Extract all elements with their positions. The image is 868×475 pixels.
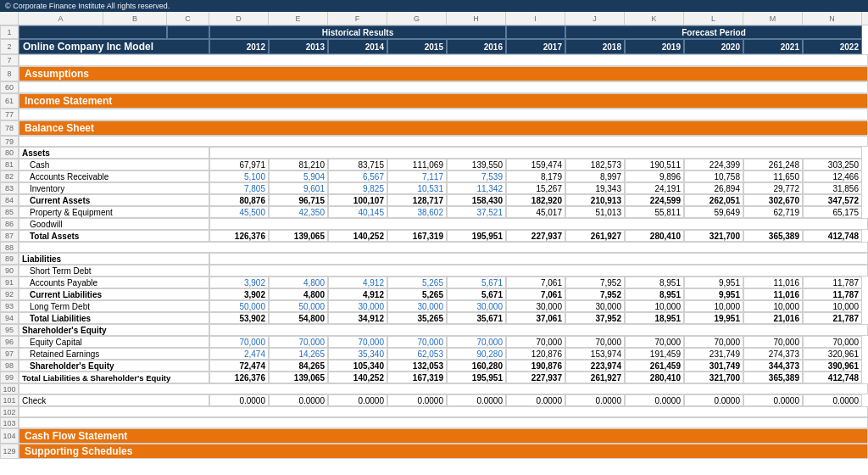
tl-2015: 35,265 bbox=[387, 312, 447, 324]
row-85: 85 Property & Equipment 45,500 42,350 40… bbox=[0, 206, 868, 218]
se-2022: 390,961 bbox=[803, 360, 862, 372]
ppe-2020: 59,649 bbox=[684, 206, 743, 218]
assumptions-header: Assumptions bbox=[19, 66, 868, 81]
row-129: 129 Supporting Schedules bbox=[0, 444, 868, 459]
ap-2014: 4,912 bbox=[328, 277, 387, 288]
row-99: 99 Total Liabilities & Shareholder's Equ… bbox=[0, 372, 868, 383]
ltd-2017: 30,000 bbox=[506, 300, 565, 312]
year-2015: 2015 bbox=[387, 39, 447, 54]
row-80: 80 Assets bbox=[0, 147, 868, 159]
chk-2012: 0.0000 bbox=[209, 394, 269, 406]
se-2015: 132,053 bbox=[387, 360, 447, 372]
rownum-98: 98 bbox=[0, 360, 19, 372]
ap-2016: 5,671 bbox=[447, 277, 506, 288]
inv-2019: 24,191 bbox=[625, 182, 684, 194]
chk-2018: 0.0000 bbox=[565, 394, 625, 406]
se-2013: 84,265 bbox=[269, 360, 328, 372]
cash-2016: 139,550 bbox=[447, 159, 506, 170]
goodwill-label: Goodwill bbox=[19, 218, 209, 230]
row-104: 104 Cash Flow Statement bbox=[0, 428, 868, 444]
col-h-header: H bbox=[447, 12, 506, 25]
ca-2015: 128,717 bbox=[387, 194, 447, 206]
row-90: 90 Short Term Debt bbox=[0, 265, 868, 277]
cl-2020: 9,951 bbox=[684, 288, 743, 300]
ap-label: Accounts Payable bbox=[19, 277, 209, 288]
row-98: 98 Shareholder's Equity 72,474 84,265 10… bbox=[0, 360, 868, 372]
tl-2018: 37,952 bbox=[565, 312, 625, 324]
row-81: 81 Cash 67,971 81,210 83,715 111,069 139… bbox=[0, 159, 868, 170]
row-77: 77 bbox=[0, 109, 868, 120]
ap-2018: 7,952 bbox=[565, 277, 625, 288]
ec-label: Equity Capital bbox=[19, 336, 209, 348]
inv-2017: 15,267 bbox=[506, 182, 565, 194]
row-num-header bbox=[0, 12, 19, 25]
ppe-2013: 42,350 bbox=[269, 206, 328, 218]
ap-2012: 3,902 bbox=[209, 277, 269, 288]
ppe-label: Property & Equipment bbox=[19, 206, 209, 218]
cash-2021: 261,248 bbox=[743, 159, 803, 170]
cash-2012: 67,971 bbox=[209, 159, 269, 170]
tl-2014: 34,912 bbox=[328, 312, 387, 324]
year-2016: 2016 bbox=[447, 39, 506, 54]
cl-2012: 3,902 bbox=[209, 288, 269, 300]
ap-2020: 9,951 bbox=[684, 277, 743, 288]
re-2012: 2,474 bbox=[209, 348, 269, 360]
ppe-2014: 40,145 bbox=[328, 206, 387, 218]
col-b-header: B bbox=[103, 12, 167, 25]
rownum-89: 89 bbox=[0, 253, 19, 265]
ec-2021: 70,000 bbox=[743, 336, 803, 348]
cl-2018: 7,952 bbox=[565, 288, 625, 300]
rownum-77: 77 bbox=[0, 109, 19, 120]
se-2021: 344,373 bbox=[743, 360, 803, 372]
year-2019: 2019 bbox=[625, 39, 684, 54]
cash-label: Cash bbox=[19, 159, 209, 170]
col-f-header: F bbox=[328, 12, 387, 25]
tl-2021: 21,016 bbox=[743, 312, 803, 324]
tlse-2016: 195,951 bbox=[447, 372, 506, 383]
rownum-91: 91 bbox=[0, 277, 19, 288]
rownum-100: 100 bbox=[0, 383, 19, 394]
rownum-97: 97 bbox=[0, 348, 19, 360]
row-97: 97 Retained Earnings 2,474 14,265 35,340… bbox=[0, 348, 868, 360]
cl-2016: 5,671 bbox=[447, 288, 506, 300]
ec-2022: 70,000 bbox=[803, 336, 862, 348]
chk-2022: 0.0000 bbox=[803, 394, 862, 406]
rownum-2: 2 bbox=[0, 39, 19, 54]
year-2013: 2013 bbox=[269, 39, 328, 54]
ta-2021: 365,389 bbox=[743, 230, 803, 242]
cash-2018: 182,573 bbox=[565, 159, 625, 170]
year-2021: 2021 bbox=[743, 39, 803, 54]
goodwill-values bbox=[209, 218, 868, 230]
row-101: 101 Check 0.0000 0.0000 0.0000 0.0000 0.… bbox=[0, 394, 868, 406]
rownum-129: 129 bbox=[0, 444, 19, 459]
ca-2012: 80,876 bbox=[209, 194, 269, 206]
chk-2015: 0.0000 bbox=[387, 394, 447, 406]
re-2022: 320,961 bbox=[803, 348, 862, 360]
ca-2022: 347,572 bbox=[803, 194, 862, 206]
check-label: Check bbox=[19, 394, 209, 406]
row-89: 89 Liabilities bbox=[0, 253, 868, 265]
row-102: 102 bbox=[0, 406, 868, 417]
tl-2016: 35,671 bbox=[447, 312, 506, 324]
chk-2020: 0.0000 bbox=[684, 394, 743, 406]
se-2018: 223,974 bbox=[565, 360, 625, 372]
chk-2017: 0.0000 bbox=[506, 394, 565, 406]
row-82: 82 Accounts Receivable 5,100 5,904 6,567… bbox=[0, 170, 868, 182]
row-78: 78 Balance Sheet bbox=[0, 120, 868, 136]
chk-2014: 0.0000 bbox=[328, 394, 387, 406]
tl-2017: 37,061 bbox=[506, 312, 565, 324]
ec-2014: 70,000 bbox=[328, 336, 387, 348]
ar-2019: 9,896 bbox=[625, 170, 684, 182]
cashflow-header: Cash Flow Statement bbox=[19, 428, 868, 444]
cash-2017: 159,474 bbox=[506, 159, 565, 170]
rownum-93: 93 bbox=[0, 300, 19, 312]
ppe-2021: 62,719 bbox=[743, 206, 803, 218]
ar-2016: 7,539 bbox=[447, 170, 506, 182]
inv-2022: 31,856 bbox=[803, 182, 862, 194]
ca-2013: 96,715 bbox=[269, 194, 328, 206]
assets-label: Assets bbox=[19, 147, 209, 159]
row-92: 92 Current Liabilities 3,902 4,800 4,912… bbox=[0, 288, 868, 300]
ta-2014: 140,252 bbox=[328, 230, 387, 242]
std-values bbox=[209, 265, 868, 277]
empty-103 bbox=[19, 417, 868, 428]
